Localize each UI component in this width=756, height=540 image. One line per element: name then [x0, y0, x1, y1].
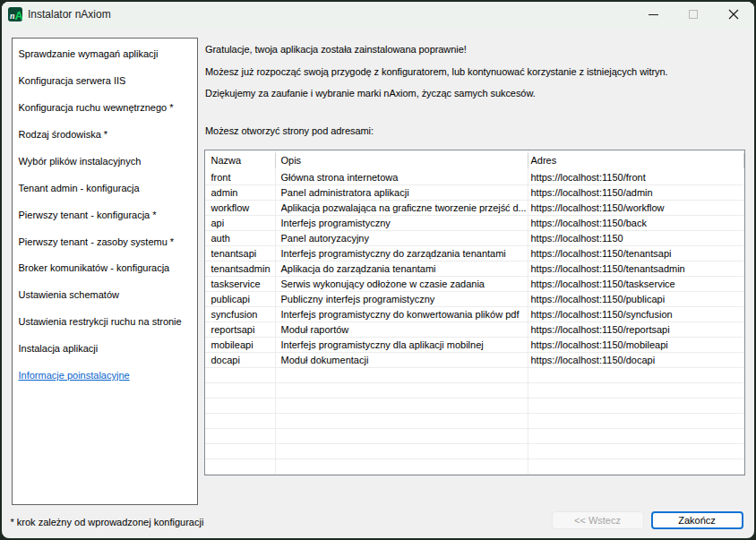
svg-text:A: A	[15, 8, 23, 21]
